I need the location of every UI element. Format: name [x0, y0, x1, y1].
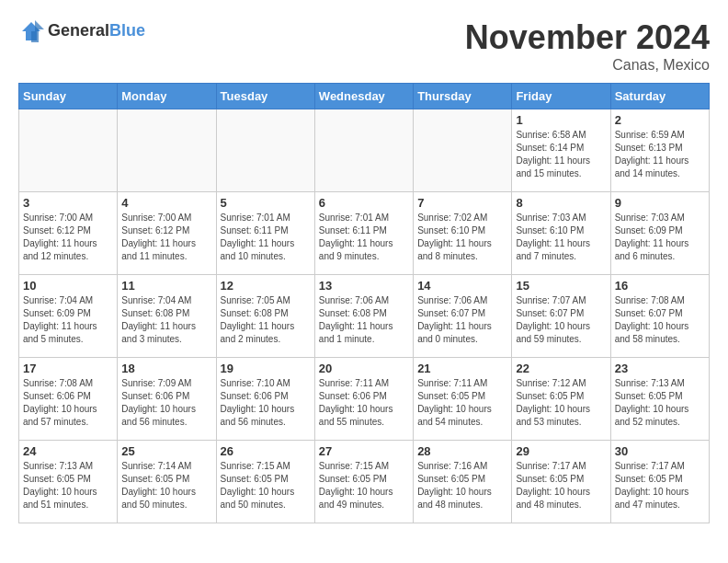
day-info: Sunrise: 7:00 AM Sunset: 6:12 PM Dayligh…	[23, 212, 113, 263]
day-number: 8	[516, 196, 606, 210]
day-info: Sunrise: 7:13 AM Sunset: 6:05 PM Dayligh…	[615, 377, 705, 429]
day-info: Sunrise: 7:12 AM Sunset: 6:05 PM Dayligh…	[516, 377, 606, 429]
calendar-cell: 3Sunrise: 7:00 AM Sunset: 6:12 PM Daylig…	[19, 192, 118, 275]
day-info: Sunrise: 7:01 AM Sunset: 6:11 PM Dayligh…	[319, 212, 409, 263]
calendar-table: SundayMondayTuesdayWednesdayThursdayFrid…	[18, 83, 710, 523]
day-number: 7	[417, 196, 507, 210]
calendar-cell: 23Sunrise: 7:13 AM Sunset: 6:05 PM Dayli…	[610, 358, 709, 441]
calendar-cell: 5Sunrise: 7:01 AM Sunset: 6:11 PM Daylig…	[216, 192, 314, 275]
day-info: Sunrise: 7:17 AM Sunset: 6:05 PM Dayligh…	[516, 460, 606, 511]
calendar-cell: 16Sunrise: 7:08 AM Sunset: 6:07 PM Dayli…	[610, 275, 709, 358]
day-info: Sunrise: 7:11 AM Sunset: 6:06 PM Dayligh…	[319, 377, 409, 429]
calendar-cell: 30Sunrise: 7:17 AM Sunset: 6:05 PM Dayli…	[610, 441, 709, 523]
calendar-header-row: SundayMondayTuesdayWednesdayThursdayFrid…	[19, 84, 710, 109]
calendar-cell: 15Sunrise: 7:07 AM Sunset: 6:07 PM Dayli…	[512, 275, 610, 358]
calendar-cell: 21Sunrise: 7:11 AM Sunset: 6:05 PM Dayli…	[414, 358, 512, 441]
calendar-cell: 10Sunrise: 7:04 AM Sunset: 6:09 PM Dayli…	[19, 275, 118, 358]
calendar-cell: 24Sunrise: 7:13 AM Sunset: 6:05 PM Dayli…	[19, 441, 118, 523]
calendar-cell: 26Sunrise: 7:15 AM Sunset: 6:05 PM Dayli…	[216, 441, 314, 523]
calendar-cell: 4Sunrise: 7:00 AM Sunset: 6:12 PM Daylig…	[118, 192, 216, 275]
calendar-week-5: 24Sunrise: 7:13 AM Sunset: 6:05 PM Dayli…	[19, 441, 710, 523]
day-info: Sunrise: 7:01 AM Sunset: 6:11 PM Dayligh…	[221, 212, 311, 263]
logo: GeneralBlue	[18, 18, 145, 44]
day-info: Sunrise: 7:10 AM Sunset: 6:06 PM Dayligh…	[221, 377, 311, 429]
col-header-friday: Friday	[512, 84, 610, 109]
calendar-cell	[414, 109, 512, 192]
calendar-week-2: 3Sunrise: 7:00 AM Sunset: 6:12 PM Daylig…	[19, 192, 710, 275]
calendar-cell	[216, 109, 314, 192]
day-number: 20	[319, 362, 409, 375]
calendar-cell: 9Sunrise: 7:03 AM Sunset: 6:09 PM Daylig…	[610, 192, 709, 275]
calendar-cell: 1Sunrise: 6:58 AM Sunset: 6:14 PM Daylig…	[512, 109, 610, 192]
day-info: Sunrise: 7:03 AM Sunset: 6:09 PM Dayligh…	[615, 212, 705, 263]
day-number: 18	[121, 362, 211, 375]
day-info: Sunrise: 7:03 AM Sunset: 6:10 PM Dayligh…	[516, 212, 606, 263]
col-header-monday: Monday	[118, 84, 216, 109]
day-number: 9	[615, 196, 705, 210]
col-header-saturday: Saturday	[610, 84, 709, 109]
calendar-week-3: 10Sunrise: 7:04 AM Sunset: 6:09 PM Dayli…	[19, 275, 710, 358]
day-number: 2	[615, 113, 705, 127]
calendar-cell: 11Sunrise: 7:04 AM Sunset: 6:08 PM Dayli…	[118, 275, 216, 358]
col-header-sunday: Sunday	[19, 84, 118, 109]
calendar-cell: 7Sunrise: 7:02 AM Sunset: 6:10 PM Daylig…	[414, 192, 512, 275]
calendar-cell: 22Sunrise: 7:12 AM Sunset: 6:05 PM Dayli…	[512, 358, 610, 441]
day-number: 28	[417, 444, 507, 458]
day-number: 12	[221, 279, 311, 293]
day-number: 26	[221, 444, 311, 458]
calendar-cell	[118, 109, 216, 192]
day-info: Sunrise: 7:02 AM Sunset: 6:10 PM Dayligh…	[417, 212, 507, 263]
day-number: 19	[221, 362, 311, 375]
day-info: Sunrise: 7:08 AM Sunset: 6:06 PM Dayligh…	[23, 377, 113, 429]
day-number: 3	[23, 196, 113, 210]
day-info: Sunrise: 7:15 AM Sunset: 6:05 PM Dayligh…	[221, 460, 311, 511]
calendar-cell: 28Sunrise: 7:16 AM Sunset: 6:05 PM Dayli…	[414, 441, 512, 523]
day-info: Sunrise: 7:09 AM Sunset: 6:06 PM Dayligh…	[121, 377, 211, 429]
day-number: 24	[23, 444, 113, 458]
col-header-tuesday: Tuesday	[216, 84, 314, 109]
day-number: 23	[615, 362, 705, 375]
day-number: 29	[516, 444, 606, 458]
day-info: Sunrise: 7:04 AM Sunset: 6:08 PM Dayligh…	[121, 294, 211, 346]
day-number: 17	[23, 362, 113, 375]
day-number: 6	[319, 196, 409, 210]
calendar-cell: 8Sunrise: 7:03 AM Sunset: 6:10 PM Daylig…	[512, 192, 610, 275]
calendar-cell	[19, 109, 118, 192]
calendar-cell: 19Sunrise: 7:10 AM Sunset: 6:06 PM Dayli…	[216, 358, 314, 441]
day-number: 15	[516, 279, 606, 293]
calendar-week-1: 1Sunrise: 6:58 AM Sunset: 6:14 PM Daylig…	[19, 109, 710, 192]
day-number: 1	[516, 113, 606, 127]
day-info: Sunrise: 6:58 AM Sunset: 6:14 PM Dayligh…	[516, 129, 606, 180]
day-info: Sunrise: 7:11 AM Sunset: 6:05 PM Dayligh…	[417, 377, 507, 429]
calendar-cell: 2Sunrise: 6:59 AM Sunset: 6:13 PM Daylig…	[610, 109, 709, 192]
calendar-cell: 6Sunrise: 7:01 AM Sunset: 6:11 PM Daylig…	[314, 192, 413, 275]
page-header: GeneralBlue November 2024 Canas, Mexico	[18, 18, 710, 74]
day-info: Sunrise: 7:06 AM Sunset: 6:07 PM Dayligh…	[417, 294, 507, 346]
day-info: Sunrise: 6:59 AM Sunset: 6:13 PM Dayligh…	[615, 129, 705, 180]
day-info: Sunrise: 7:15 AM Sunset: 6:05 PM Dayligh…	[319, 460, 409, 511]
day-number: 10	[23, 279, 113, 293]
calendar-cell	[314, 109, 413, 192]
day-number: 16	[615, 279, 705, 293]
calendar-cell: 17Sunrise: 7:08 AM Sunset: 6:06 PM Dayli…	[19, 358, 118, 441]
day-number: 4	[121, 196, 211, 210]
svg-marker-1	[31, 20, 44, 42]
day-info: Sunrise: 7:16 AM Sunset: 6:05 PM Dayligh…	[417, 460, 507, 511]
location: Canas, Mexico	[465, 57, 710, 74]
generalblue-logo-icon	[18, 18, 44, 44]
day-info: Sunrise: 7:06 AM Sunset: 6:08 PM Dayligh…	[319, 294, 409, 346]
day-info: Sunrise: 7:00 AM Sunset: 6:12 PM Dayligh…	[121, 212, 211, 263]
day-number: 5	[221, 196, 311, 210]
day-info: Sunrise: 7:04 AM Sunset: 6:09 PM Dayligh…	[23, 294, 113, 346]
calendar-week-4: 17Sunrise: 7:08 AM Sunset: 6:06 PM Dayli…	[19, 358, 710, 441]
day-info: Sunrise: 7:07 AM Sunset: 6:07 PM Dayligh…	[516, 294, 606, 346]
col-header-wednesday: Wednesday	[314, 84, 413, 109]
day-info: Sunrise: 7:17 AM Sunset: 6:05 PM Dayligh…	[615, 460, 705, 511]
day-number: 22	[516, 362, 606, 375]
logo-text: GeneralBlue	[48, 22, 145, 40]
calendar-cell: 14Sunrise: 7:06 AM Sunset: 6:07 PM Dayli…	[414, 275, 512, 358]
day-info: Sunrise: 7:05 AM Sunset: 6:08 PM Dayligh…	[221, 294, 311, 346]
day-number: 30	[615, 444, 705, 458]
day-info: Sunrise: 7:08 AM Sunset: 6:07 PM Dayligh…	[615, 294, 705, 346]
title-area: November 2024 Canas, Mexico	[465, 18, 710, 74]
